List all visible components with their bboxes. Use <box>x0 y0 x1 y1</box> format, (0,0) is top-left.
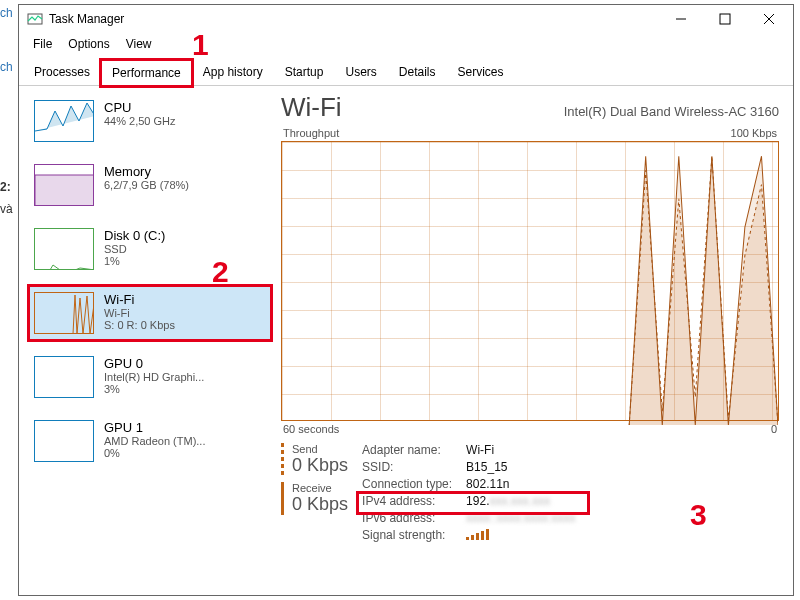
adapter-description: Intel(R) Dual Band Wireless-AC 3160 <box>564 104 779 119</box>
menu-file[interactable]: File <box>27 35 58 53</box>
titlebar[interactable]: Task Manager <box>19 5 793 33</box>
detail-key-conn: Connection type: <box>362 477 452 491</box>
tabstrip: Processes Performance App history Startu… <box>19 59 793 86</box>
sidebar-item-cpu[interactable]: CPU 44% 2,50 GHz <box>29 94 271 148</box>
detail-key-signal: Signal strength: <box>362 528 452 542</box>
send-legend-icon <box>281 443 284 476</box>
detail-val-ssid: B15_15 <box>466 460 586 474</box>
sidebar-item-label: GPU 0 <box>104 356 204 371</box>
annotation-2: 2 <box>212 255 229 289</box>
sidebar-item-sub2: 0% <box>104 447 205 459</box>
tab-users[interactable]: Users <box>334 59 387 85</box>
annotation-box-ipv4 <box>358 493 588 513</box>
memory-sparkline-icon <box>34 164 94 206</box>
detail-key-ssid: SSID: <box>362 460 452 474</box>
throughput-chart <box>281 141 779 421</box>
menu-view[interactable]: View <box>120 35 158 53</box>
receive-value: 0 Kbps <box>292 494 348 515</box>
svg-rect-5 <box>35 175 94 206</box>
detail-val-adapter: Wi-Fi <box>466 443 586 457</box>
app-icon <box>27 11 43 27</box>
tab-processes[interactable]: Processes <box>23 59 101 85</box>
task-manager-window: Task Manager File Options View Processes… <box>18 4 794 596</box>
detail-val-signal <box>466 528 586 543</box>
sidebar-item-memory[interactable]: Memory 6,2/7,9 GB (78%) <box>29 158 271 212</box>
sidebar-item-label: GPU 1 <box>104 420 205 435</box>
sidebar-item-sub2: 1% <box>104 255 165 267</box>
detail-val-ipv6: xxxx::xxxx:xxxx:xxxx <box>466 511 586 525</box>
sidebar-item-label: Disk 0 (C:) <box>104 228 165 243</box>
sidebar-item-sub: 6,2/7,9 GB (78%) <box>104 179 189 191</box>
close-button[interactable] <box>747 5 791 33</box>
sidebar-item-sub: AMD Radeon (TM)... <box>104 435 205 447</box>
gpu0-sparkline-icon <box>34 356 94 398</box>
tab-services[interactable]: Services <box>447 59 515 85</box>
detail-val-conn: 802.11n <box>466 477 586 491</box>
sidebar-item-sub: SSD <box>104 243 165 255</box>
send-label: Send <box>292 443 348 455</box>
disk-sparkline-icon <box>34 228 94 270</box>
page-title: Wi-Fi <box>281 92 342 123</box>
annotation-3: 3 <box>690 498 707 532</box>
send-value: 0 Kbps <box>292 455 348 476</box>
throughput-scale: 100 Kbps <box>731 127 777 139</box>
menu-options[interactable]: Options <box>62 35 115 53</box>
sidebar-item-sub: 44% 2,50 GHz <box>104 115 176 127</box>
receive-rate: Receive 0 Kbps <box>281 482 348 515</box>
window-title: Task Manager <box>49 12 124 26</box>
performance-main: Wi-Fi Intel(R) Dual Band Wireless-AC 316… <box>277 86 793 594</box>
detail-key-ipv6: IPv6 address: <box>362 511 452 525</box>
sidebar-item-sub: Wi-Fi <box>104 307 175 319</box>
svg-rect-2 <box>720 14 730 24</box>
annotation-1: 1 <box>192 28 209 62</box>
adapter-details: Adapter name: SSID: Connection type: IPv… <box>362 443 586 543</box>
performance-sidebar: CPU 44% 2,50 GHz Memory 6,2/7,9 GB (78%) <box>19 86 277 594</box>
tab-performance[interactable]: Performance <box>101 60 192 86</box>
signal-bars-icon <box>466 528 489 540</box>
sidebar-item-gpu1[interactable]: GPU 1 AMD Radeon (TM)... 0% <box>29 414 271 468</box>
sidebar-item-label: CPU <box>104 100 176 115</box>
detail-key-adapter: Adapter name: <box>362 443 452 457</box>
sidebar-item-gpu0[interactable]: GPU 0 Intel(R) HD Graphi... 3% <box>29 350 271 404</box>
sidebar-item-label: Wi-Fi <box>104 292 175 307</box>
send-rate: Send 0 Kbps <box>281 443 348 476</box>
minimize-button[interactable] <box>659 5 703 33</box>
sidebar-item-wifi[interactable]: Wi-Fi Wi-Fi S: 0 R: 0 Kbps <box>29 286 271 340</box>
throughput-label: Throughput <box>283 127 339 139</box>
tab-app-history[interactable]: App history <box>192 59 274 85</box>
tab-details[interactable]: Details <box>388 59 447 85</box>
tab-startup[interactable]: Startup <box>274 59 335 85</box>
gpu1-sparkline-icon <box>34 420 94 462</box>
receive-legend-icon <box>281 482 284 515</box>
cpu-sparkline-icon <box>34 100 94 142</box>
maximize-button[interactable] <box>703 5 747 33</box>
receive-label: Receive <box>292 482 348 494</box>
sidebar-item-label: Memory <box>104 164 189 179</box>
sidebar-item-sub2: S: 0 R: 0 Kbps <box>104 319 175 331</box>
sidebar-item-sub: Intel(R) HD Graphi... <box>104 371 204 383</box>
sidebar-item-sub2: 3% <box>104 383 204 395</box>
wifi-sparkline-icon <box>34 292 94 334</box>
menubar: File Options View <box>19 33 793 59</box>
sidebar-item-disk0[interactable]: Disk 0 (C:) SSD 1% <box>29 222 271 276</box>
